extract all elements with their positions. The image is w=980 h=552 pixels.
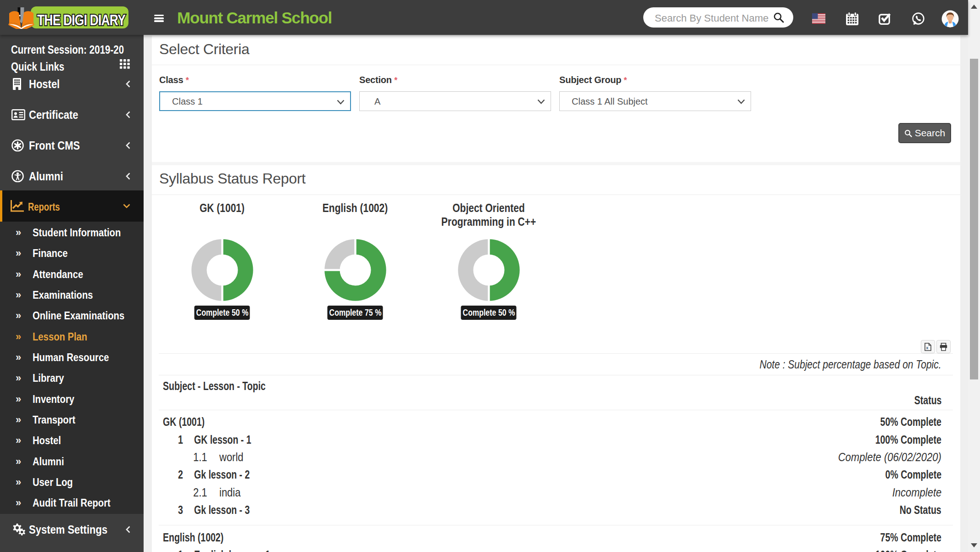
svg-text:THE DIGI DIARY: THE DIGI DIARY: [37, 11, 126, 28]
svg-text:x: x: [926, 346, 929, 350]
